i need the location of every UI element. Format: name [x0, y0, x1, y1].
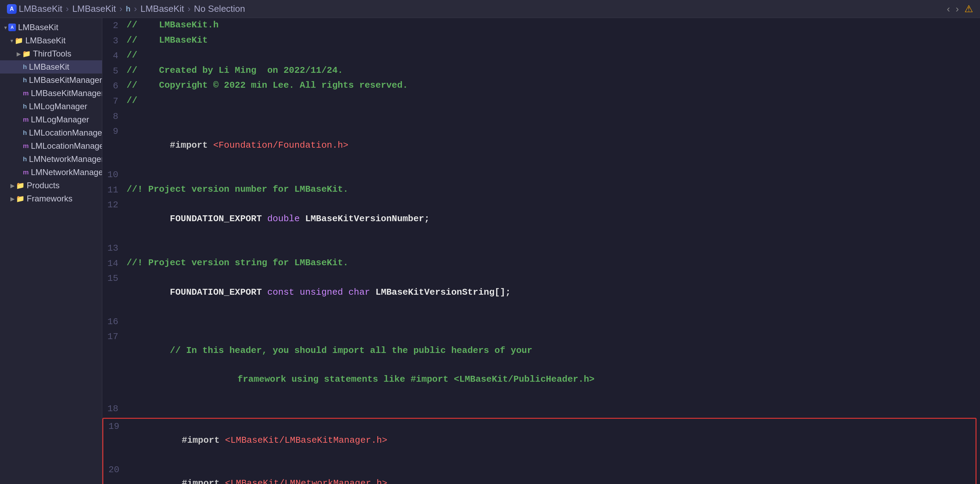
line-content-11: //! Project version number for LMBaseKit… — [127, 182, 980, 197]
comment-17b: framework using statements like #import … — [194, 372, 595, 387]
import-keyword-20: #import — [182, 478, 225, 484]
line-num-11: 11 — [102, 182, 127, 198]
line-content-17: // In this header, you should import all… — [127, 329, 980, 401]
sidebar-label-root: LMBaseKit — [18, 22, 58, 32]
code-editor[interactable]: 2 // LMBaseKit.h 3 // LMBaseKit 4 // 5 /… — [102, 18, 980, 484]
line-num-18: 18 — [102, 401, 127, 416]
import-path-20: <LMBaseKit/LMNetworkManager.h> — [225, 478, 387, 484]
sidebar-item-lmbasekit-group[interactable]: ▾ 📁 LMBaseKit — [0, 34, 102, 47]
sidebar-item-lmnetworkmanager-m[interactable]: m LMNetworkManager — [0, 166, 102, 179]
code-line-14: 14 //! Project version string for LMBase… — [102, 256, 980, 271]
line-num-12: 12 — [102, 197, 127, 213]
sidebar-label-lmnetworkmanager-h: LMNetworkManager — [29, 154, 102, 164]
m-file-icon-2: m — [23, 116, 29, 124]
xcode-icon: A — [7, 4, 17, 14]
sidebar-label-lmbasekitmanager-h: LMBaseKitManager — [29, 75, 102, 85]
sidebar-item-products[interactable]: ▶ 📁 Products — [0, 179, 102, 192]
sidebar-label-lmlogmanager-h: LMLogManager — [29, 102, 88, 111]
sidebar-label-products: Products — [27, 181, 60, 190]
chevron-right-icon-thirdtools: ▶ — [17, 51, 21, 57]
line-content-14: //! Project version string for LMBaseKit… — [127, 256, 980, 270]
breadcrumb-folder[interactable]: LMBaseKit — [72, 3, 116, 14]
code-line-12: 12 FOUNDATION_EXPORT double LMBaseKitVer… — [102, 197, 980, 241]
line-num-9: 9 — [102, 124, 127, 139]
import-path-19: <LMBaseKit/LMBaseKitManager.h> — [225, 435, 387, 446]
version-str-15: LMBaseKitVersionString[]; — [370, 287, 511, 297]
sidebar-item-lmbasekitmanager-h[interactable]: h LMBaseKitManager — [0, 73, 102, 87]
line-content-15: FOUNDATION_EXPORT const unsigned char LM… — [127, 271, 980, 314]
breadcrumb-sep-3: › — [134, 3, 137, 14]
code-line-13: 13 — [102, 241, 980, 256]
h-file-icon: h — [23, 63, 27, 71]
breadcrumb-h[interactable]: h — [126, 5, 130, 14]
line-num-15: 15 — [102, 271, 127, 286]
sidebar: ▾ A LMBaseKit ▾ 📁 LMBaseKit ▶ 📁 ThirdToo… — [0, 18, 102, 484]
nav-back-button[interactable]: ‹ — [947, 3, 950, 14]
line-num-6: 6 — [102, 78, 127, 94]
line-num-16: 16 — [102, 314, 127, 329]
chevron-down-icon-2: ▾ — [10, 37, 13, 44]
sidebar-item-lmlogmanager-h[interactable]: h LMLogManager — [0, 100, 102, 113]
code-line-15: 15 FOUNDATION_EXPORT const unsigned char… — [102, 271, 980, 314]
double-keyword-12: double — [267, 214, 300, 224]
line-content-9: #import <Foundation/Foundation.h> — [127, 124, 980, 167]
breadcrumb: A LMBaseKit › LMBaseKit › h › LMBaseKit … — [7, 3, 245, 14]
sidebar-item-lmbasekitmanager-m[interactable]: m LMBaseKitManager — [0, 87, 102, 100]
titlebar-actions: ‹ › ⚠ — [947, 3, 973, 14]
line-content-2: // LMBaseKit.h — [127, 18, 980, 33]
sidebar-label-lmnetworkmanager-m: LMNetworkManager — [31, 167, 102, 177]
line-content-5: // Created by Li Ming on 2022/11/24. — [127, 63, 980, 78]
sidebar-item-lmbasekit-h[interactable]: h LMBaseKit — [0, 60, 102, 73]
code-line-17: 17 // In this header, you should import … — [102, 329, 980, 401]
code-line-8: 8 — [102, 109, 980, 124]
code-line-11: 11 //! Project version number for LMBase… — [102, 182, 980, 198]
chevron-right-icon-products: ▶ — [10, 182, 14, 189]
sidebar-item-thirdtools[interactable]: ▶ 📁 ThirdTools — [0, 47, 102, 60]
m-file-icon: m — [23, 89, 29, 97]
sidebar-item-frameworks[interactable]: ▶ 📁 Frameworks — [0, 192, 102, 205]
xcode-project-icon: A — [8, 24, 16, 31]
line-num-8: 8 — [102, 109, 127, 124]
folder-icon-frameworks: 📁 — [16, 195, 25, 203]
line-num-20: 20 — [103, 462, 127, 478]
sidebar-item-lmlogmanager-m[interactable]: m LMLogManager — [0, 113, 102, 126]
code-line-10: 10 — [102, 167, 980, 182]
char-type-15: char — [348, 287, 370, 297]
folder-icon-products: 📁 — [16, 181, 25, 190]
chevron-down-icon: ▾ — [4, 24, 7, 31]
line-num-19: 19 — [103, 419, 127, 434]
sidebar-label-lmlocationmanager-h: LMLocationManager — [29, 128, 102, 138]
breadcrumb-lmbasekit-file[interactable]: LMBaseKit — [140, 3, 184, 14]
sidebar-label-thirdtools: ThirdTools — [33, 49, 72, 59]
breadcrumb-lmbasekit-text[interactable]: LMBaseKit — [140, 3, 184, 14]
line-num-3: 3 — [102, 33, 127, 49]
h-file-icon-4: h — [23, 129, 27, 136]
breadcrumb-no-selection-text: No Selection — [194, 3, 245, 14]
code-line-3: 3 // LMBaseKit — [102, 33, 980, 49]
line-content-4: // — [127, 48, 980, 63]
breadcrumb-lmbasekit-root[interactable]: LMBaseKit — [19, 3, 62, 14]
code-line-16: 16 — [102, 314, 980, 329]
warning-icon[interactable]: ⚠ — [964, 3, 973, 14]
code-line-18: 18 — [102, 401, 980, 416]
breadcrumb-sep-2: › — [119, 3, 123, 14]
sidebar-label-lmlogmanager-m: LMLogManager — [31, 115, 89, 124]
line-content-20: #import <LMBaseKit/LMNetworkManager.h> — [127, 462, 975, 484]
code-line-2: 2 // LMBaseKit.h — [102, 18, 980, 33]
breadcrumb-xcode[interactable]: A LMBaseKit — [7, 3, 62, 14]
h-file-icon-2: h — [23, 76, 27, 84]
sidebar-item-lmbasekit-root[interactable]: ▾ A LMBaseKit — [0, 21, 102, 34]
line-num-2: 2 — [102, 18, 127, 33]
sidebar-item-lmlocationmanager-h[interactable]: h LMLocationManager — [0, 126, 102, 140]
line-num-14: 14 — [102, 256, 127, 271]
h-file-icon-5: h — [23, 156, 27, 163]
import-path-9: <Foundation/Foundation.h> — [213, 140, 348, 151]
breadcrumb-no-selection[interactable]: No Selection — [194, 3, 245, 14]
sidebar-item-lmlocationmanager-m[interactable]: m LMLocationManager — [0, 140, 102, 152]
breadcrumb-lmbasekit-folder[interactable]: LMBaseKit — [72, 3, 116, 14]
sidebar-item-lmnetworkmanager-h[interactable]: h LMNetworkManager — [0, 152, 102, 166]
line-content-12: FOUNDATION_EXPORT double LMBaseKitVersio… — [127, 197, 980, 241]
nav-forward-button[interactable]: › — [956, 3, 959, 14]
unsigned-keyword-15: unsigned — [300, 287, 343, 297]
line-content-6: // Copyright © 2022 min Lee. All rights … — [127, 78, 980, 93]
